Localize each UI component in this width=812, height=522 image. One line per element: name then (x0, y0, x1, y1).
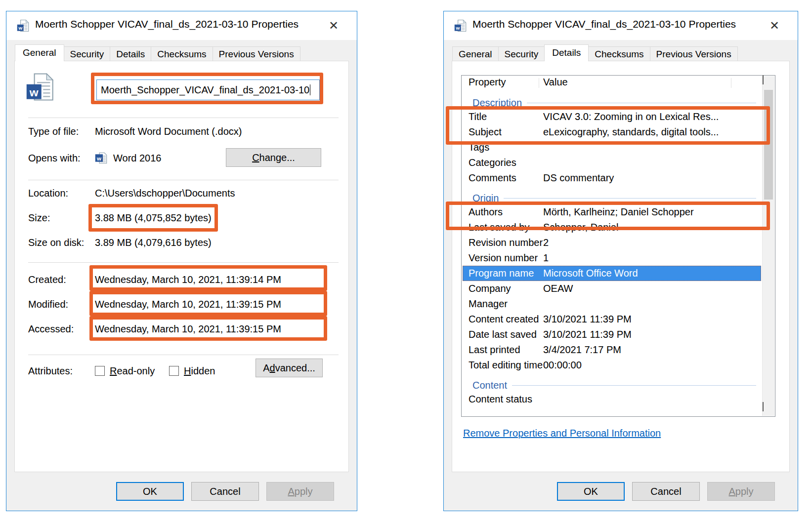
apply-button[interactable]: Apply (266, 482, 334, 501)
checkbox-label: idden (191, 365, 215, 376)
general-tab-page: w Moerth_Schopper_VICAV_final_ds_2021-03… (14, 61, 349, 472)
cancel-button[interactable]: Cancel (191, 482, 259, 501)
column-header-property[interactable]: Property (469, 77, 506, 88)
property-row-date-last-saved[interactable]: Date last saved3/10/2021 11:39 PM (463, 327, 761, 342)
tab-details[interactable]: Details (544, 44, 589, 61)
apply-button[interactable]: Apply (707, 482, 775, 501)
button-label: C (252, 152, 259, 163)
section-header-description: Description (463, 90, 761, 109)
hidden-checkbox[interactable] (169, 366, 179, 376)
property-row-manager[interactable]: Manager (463, 296, 761, 312)
button-label: pply (295, 486, 313, 497)
section-rule (512, 385, 756, 386)
filename-input[interactable]: Moerth_Schopper_VICAV_final_ds_2021-03-1… (96, 80, 320, 100)
field-value: Wednesday, March 10, 2021, 11:39:15 PM (95, 322, 281, 335)
button-label: A (288, 486, 294, 497)
field-value: C:\Users\dschopper\Documents (95, 187, 235, 200)
property-value: 2 (543, 235, 760, 250)
tab-previous-versions[interactable]: Previous Versions (650, 46, 738, 61)
property-name: Comments (469, 170, 516, 186)
separator (28, 355, 339, 355)
read-only-checkbox[interactable] (95, 366, 105, 376)
field-row-modified: Modified: Wednesday, March 10, 2021, 11:… (28, 298, 339, 311)
property-row-last-printed[interactable]: Last printed3/4/2021 7:17 PM (463, 342, 761, 358)
property-row-subject[interactable]: SubjecteLexicography, standards, digital… (463, 124, 761, 140)
scrollbar[interactable] (762, 76, 774, 416)
property-row-content-created[interactable]: Content created3/10/2021 11:39 PM (463, 312, 761, 327)
tab-general[interactable]: General (452, 46, 499, 61)
property-name: Total editing time (469, 358, 543, 373)
chevron-down-icon (763, 402, 764, 411)
field-label: Opens with: (28, 152, 81, 164)
change-button[interactable]: Change... (226, 148, 321, 167)
field-value: 3.88 MB (4,075,852 bytes) (95, 211, 212, 224)
field-row-type-of-file: Type of file: Microsoft Word Document (.… (28, 125, 339, 138)
section-label: Origin (472, 192, 499, 204)
column-header-value[interactable]: Value (543, 77, 568, 88)
column-divider[interactable] (539, 78, 539, 88)
property-row-version-number[interactable]: Version number1 (463, 250, 761, 266)
scrollbar-thumb[interactable] (764, 90, 773, 200)
word-file-icon: w (454, 19, 467, 32)
close-icon[interactable]: ✕ (325, 17, 342, 34)
property-row-comments[interactable]: CommentsDS commentary (463, 170, 761, 186)
property-value: eLexicography, standards, digital tools.… (543, 124, 760, 140)
field-label: Type of file: (28, 125, 79, 138)
property-name: Tags (469, 140, 489, 155)
tab-security[interactable]: Security (64, 46, 111, 61)
tab-previous-versions[interactable]: Previous Versions (213, 46, 300, 61)
property-name: Subject (469, 124, 502, 140)
property-value: Microsoft Office Word (543, 266, 760, 281)
field-label: Created: (28, 273, 66, 286)
properties-dialog-details: w Moerth Schopper VICAV_final_ds_2021-03… (443, 11, 798, 511)
list-header: Property Value (462, 76, 775, 90)
advanced-button[interactable]: Advanced... (256, 359, 323, 377)
checkbox-label: R (110, 365, 117, 376)
field-label: Accessed: (28, 322, 74, 335)
tab-general[interactable]: General (15, 44, 64, 61)
button-label: vanced... (275, 362, 315, 373)
ok-button[interactable]: OK (557, 482, 625, 501)
property-name: Manager (469, 296, 508, 312)
property-row-authors[interactable]: AuthorsMörth, Karlheinz; Daniel Schopper (463, 204, 761, 220)
cancel-button[interactable]: Cancel (632, 482, 700, 501)
scroll-up-button[interactable] (763, 76, 774, 89)
property-row-total-editing-time[interactable]: Total editing time00:00:00 (463, 358, 761, 373)
chevron-up-icon (763, 75, 764, 84)
property-row-program-name-selected[interactable]: Program nameMicrosoft Office Word (463, 266, 761, 281)
button-label: d (270, 362, 275, 373)
property-row-categories[interactable]: Categories (463, 155, 761, 170)
property-row-tags[interactable]: Tags (463, 140, 761, 155)
checkbox-label: ead-only (117, 365, 155, 376)
remove-properties-link[interactable]: Remove Properties and Personal Informati… (463, 428, 661, 439)
tab-checksums[interactable]: Checksums (588, 46, 650, 61)
ok-button[interactable]: OK (116, 482, 184, 501)
property-value: 3/4/2021 7:17 PM (543, 342, 760, 358)
tab-security[interactable]: Security (498, 46, 545, 61)
tab-checksums[interactable]: Checksums (151, 46, 213, 61)
scroll-down-button[interactable] (763, 403, 774, 416)
property-row-content-status[interactable]: Content status (463, 392, 761, 407)
field-row-accessed: Accessed: Wednesday, March 10, 2021, 11:… (28, 322, 339, 335)
property-row-title[interactable]: TitleVICAV 3.0: Zooming in on Lexical Re… (463, 109, 761, 124)
property-row-revision-number[interactable]: Revision number2 (463, 235, 761, 250)
property-row-company[interactable]: CompanyOEAW (463, 281, 761, 296)
dialog-footer: OK Cancel Apply (116, 482, 334, 501)
property-name: Last printed (469, 342, 520, 358)
column-divider[interactable] (731, 78, 731, 88)
section-label: Content (472, 379, 507, 392)
window-title: Moerth Schopper VICAV_final_ds_2021-03-1… (35, 18, 299, 30)
separator (28, 180, 339, 180)
property-value: DS commentary (543, 170, 760, 186)
property-value: 3/10/2021 11:39 PM (543, 327, 760, 342)
tab-details[interactable]: Details (110, 46, 151, 61)
svg-text:w: w (18, 25, 22, 31)
button-label: pply (735, 486, 754, 497)
dialog-footer: OK Cancel Apply (557, 482, 775, 501)
property-name: Authors (469, 204, 503, 220)
property-row-last-saved-by[interactable]: Last saved bySchopper, Daniel (463, 220, 761, 235)
close-icon[interactable]: ✕ (766, 17, 783, 34)
window-title: Moerth Schopper VICAV_final_ds_2021-03-1… (472, 18, 736, 30)
separator (28, 262, 339, 263)
separator (28, 118, 339, 118)
